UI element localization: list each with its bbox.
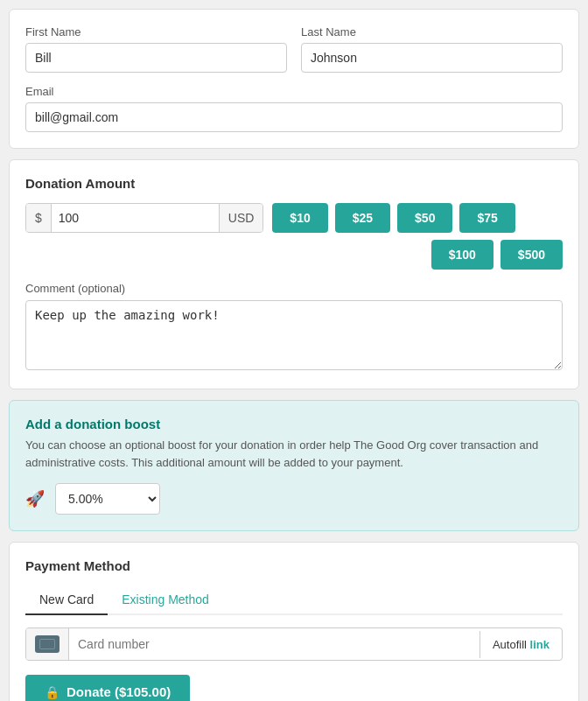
preset-btn-50[interactable]: $50 [397,203,452,233]
card-number-input[interactable] [69,630,480,658]
card-icon-area [26,628,69,660]
payment-section-title: Payment Method [25,558,563,573]
last-name-label: Last Name [301,25,563,39]
autofill-button[interactable]: Autofill link [480,631,562,658]
email-label: Email [25,85,563,98]
autofill-label: Autofill [493,638,530,651]
email-input[interactable] [25,102,563,132]
personal-info-card: First Name Last Name Email [9,9,579,149]
last-name-group: Last Name [301,25,563,73]
currency-suffix: USD [219,204,263,232]
preset-btn-500[interactable]: $500 [500,240,563,270]
amount-input-wrapper: $ USD [25,203,263,233]
card-input-row: Autofill link [25,627,563,661]
preset-btn-10[interactable]: $10 [272,203,327,233]
lock-icon: 🔒 [45,685,60,699]
preset-btn-100[interactable]: $100 [431,240,494,270]
preset-btn-75[interactable]: $75 [459,203,514,233]
card-chip-icon [35,635,60,653]
comment-textarea[interactable]: Keep up the amazing work! [25,300,563,370]
payment-card: Payment Method New Card Existing Method … [9,542,579,701]
first-name-label: First Name [25,25,287,39]
amount-input[interactable] [52,204,219,232]
payment-tab-row: New Card Existing Method [25,585,563,615]
boost-title: Add a donation boost [25,417,563,431]
last-name-input[interactable] [301,43,563,73]
first-name-group: First Name [25,25,287,73]
tab-new-card[interactable]: New Card [25,585,108,615]
boost-row: 🚀 5.00% 3.00% 7.00% 10.00% None [25,483,563,515]
boost-select[interactable]: 5.00% 3.00% 7.00% 10.00% None [55,483,160,515]
donate-button-label: Donate ($105.00) [66,684,171,699]
boost-description: You can choose an optional boost for you… [25,437,563,471]
comment-label: Comment (optional) [25,282,563,295]
first-name-input[interactable] [25,43,287,73]
donate-button[interactable]: 🔒 Donate ($105.00) [25,675,190,701]
rocket-icon: 🚀 [25,489,45,508]
donation-section-title: Donation Amount [25,176,563,191]
tab-existing-method[interactable]: Existing Method [108,585,223,615]
donation-card: Donation Amount $ USD $10 $25 $50 $75 $1… [9,159,579,389]
email-group: Email [25,85,563,132]
boost-card: Add a donation boost You can choose an o… [9,400,579,531]
autofill-link-text: link [530,638,550,651]
currency-prefix: $ [26,204,52,232]
preset-buttons-group: $10 $25 $50 $75 [272,203,514,233]
preset-btn-25[interactable]: $25 [335,203,390,233]
